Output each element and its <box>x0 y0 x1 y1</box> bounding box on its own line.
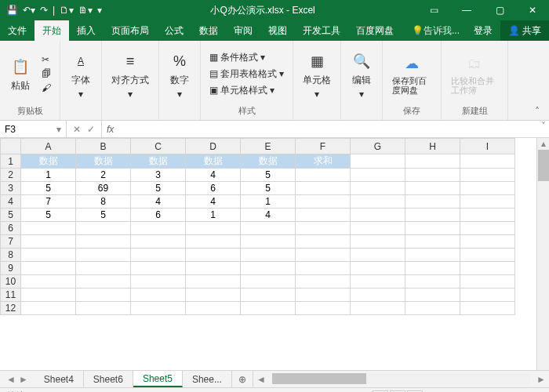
cell[interactable] <box>460 275 515 289</box>
hscroll-right[interactable]: ► <box>536 374 546 385</box>
cell[interactable] <box>296 302 351 315</box>
cell[interactable] <box>241 249 296 262</box>
cell[interactable] <box>405 235 460 249</box>
cell[interactable]: 1 <box>21 169 76 182</box>
col-header-H[interactable]: H <box>405 139 460 154</box>
cell[interactable] <box>405 249 460 262</box>
collapse-ribbon-icon[interactable]: ˄ <box>535 106 540 117</box>
cell[interactable]: 4 <box>241 209 296 222</box>
cell[interactable]: 2 <box>76 169 131 182</box>
cell[interactable] <box>21 289 76 302</box>
cell[interactable] <box>76 249 131 262</box>
cell[interactable]: 1 <box>186 209 241 222</box>
cell[interactable] <box>296 275 351 289</box>
expand-formula-icon[interactable]: ˅ <box>538 121 549 137</box>
paste-button[interactable]: 📋粘贴 <box>6 54 35 94</box>
cancel-formula-icon[interactable]: ✕ <box>73 124 81 135</box>
cell[interactable]: 数据 <box>131 154 186 169</box>
cell[interactable] <box>405 195 460 209</box>
redo-icon[interactable]: ↷ <box>40 5 48 16</box>
cell[interactable] <box>460 302 515 315</box>
table-format-button[interactable]: ▤套用表格格式▾ <box>207 67 286 82</box>
save-icon[interactable]: 💾 <box>6 5 18 16</box>
cell[interactable] <box>296 169 351 182</box>
qat-more-icon[interactable]: ▾ <box>97 5 102 16</box>
cell[interactable] <box>296 289 351 302</box>
cell[interactable] <box>351 154 405 169</box>
cell[interactable]: 4 <box>186 195 241 209</box>
cell[interactable] <box>131 249 186 262</box>
cell[interactable] <box>21 249 76 262</box>
cell[interactable]: 4 <box>186 169 241 182</box>
cells-button[interactable]: ▦单元格▾ <box>300 49 334 101</box>
tab-review[interactable]: 审阅 <box>226 20 260 41</box>
col-header-D[interactable]: D <box>186 139 241 154</box>
cell[interactable] <box>76 235 131 249</box>
tab-home[interactable]: 开始 <box>35 20 69 41</box>
cell[interactable] <box>405 209 460 222</box>
col-header-B[interactable]: B <box>76 139 131 154</box>
minimize-icon[interactable]: ― <box>450 0 483 20</box>
col-header-A[interactable]: A <box>21 139 76 154</box>
cell[interactable]: 7 <box>21 195 76 209</box>
sheet-tab-more[interactable]: Shee ... <box>183 371 232 387</box>
row-header-9[interactable]: 9 <box>1 262 21 275</box>
cell[interactable] <box>405 262 460 275</box>
cell[interactable]: 5 <box>241 169 296 182</box>
cell[interactable] <box>131 275 186 289</box>
cell[interactable] <box>351 195 405 209</box>
row-header-11[interactable]: 11 <box>1 289 21 302</box>
cell[interactable] <box>186 302 241 315</box>
cell[interactable]: 求和 <box>296 154 351 169</box>
tab-file[interactable]: 文件 <box>0 20 35 41</box>
cell[interactable] <box>460 249 515 262</box>
cell[interactable] <box>460 289 515 302</box>
maximize-icon[interactable]: ▢ <box>483 0 516 20</box>
cell[interactable] <box>351 275 405 289</box>
row-header-10[interactable]: 10 <box>1 275 21 289</box>
row-header-2[interactable]: 2 <box>1 169 21 182</box>
cell[interactable] <box>21 262 76 275</box>
sheet-nav-next[interactable]: ► <box>19 374 28 385</box>
number-button[interactable]: %数字▾ <box>165 49 194 101</box>
cell[interactable] <box>460 182 515 195</box>
row-header-3[interactable]: 3 <box>1 182 21 195</box>
hscroll-thumb[interactable] <box>272 373 366 384</box>
cell[interactable] <box>296 182 351 195</box>
cell[interactable] <box>296 222 351 235</box>
cell[interactable] <box>76 262 131 275</box>
cell[interactable] <box>405 275 460 289</box>
cell[interactable] <box>186 275 241 289</box>
cell[interactable] <box>21 302 76 315</box>
col-header-E[interactable]: E <box>241 139 296 154</box>
cell[interactable]: 69 <box>76 182 131 195</box>
cell-style-button[interactable]: ▣单元格样式▾ <box>207 83 286 98</box>
cell[interactable] <box>131 222 186 235</box>
cell[interactable] <box>351 169 405 182</box>
tab-layout[interactable]: 页面布局 <box>104 20 157 41</box>
share-button[interactable]: 👤共享 <box>500 20 549 41</box>
cell[interactable] <box>186 222 241 235</box>
cell[interactable]: 6 <box>186 182 241 195</box>
cell[interactable] <box>405 169 460 182</box>
cell[interactable] <box>351 289 405 302</box>
tab-formula[interactable]: 公式 <box>157 20 191 41</box>
cell[interactable] <box>241 222 296 235</box>
cell[interactable] <box>351 262 405 275</box>
cut-button[interactable]: ✂ <box>39 53 53 66</box>
cell[interactable] <box>351 235 405 249</box>
row-header-1[interactable]: 1 <box>1 154 21 169</box>
cell[interactable] <box>351 209 405 222</box>
spreadsheet-grid[interactable]: ABCDEFGHI1数据数据数据数据数据求和212345356956547844… <box>0 138 515 315</box>
formula-bar[interactable] <box>118 121 538 137</box>
tab-baidu[interactable]: 百度网盘 <box>348 20 402 41</box>
enter-formula-icon[interactable]: ✓ <box>87 124 95 135</box>
cell[interactable] <box>405 182 460 195</box>
fx-icon[interactable]: fx <box>102 121 118 137</box>
ribbon-options-icon[interactable]: ▭ <box>417 0 450 20</box>
cell[interactable]: 数据 <box>21 154 76 169</box>
cell[interactable]: 3 <box>131 169 186 182</box>
cell[interactable]: 6 <box>131 209 186 222</box>
hscroll-left[interactable]: ◄ <box>256 374 266 385</box>
select-all[interactable] <box>1 139 21 154</box>
